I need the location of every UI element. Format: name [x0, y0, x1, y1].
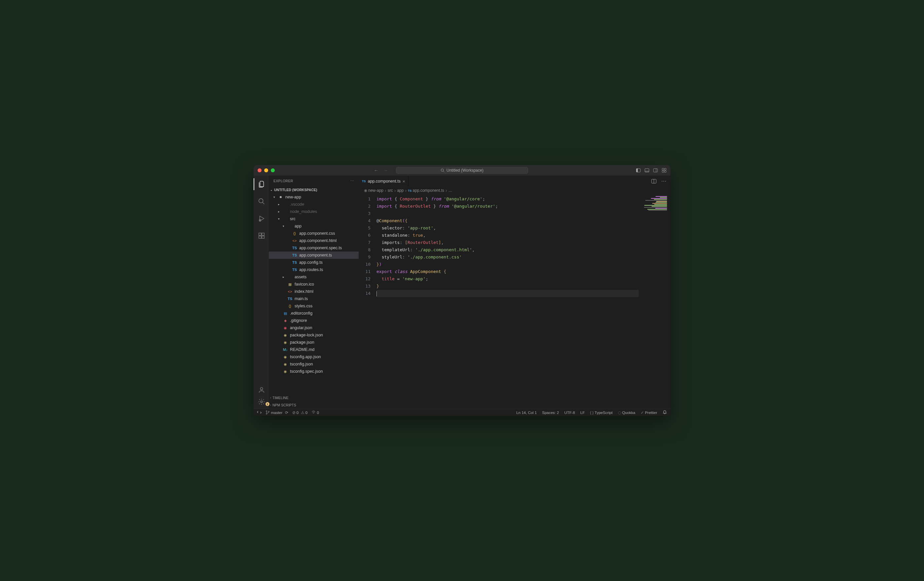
tree-item[interactable]: ▤.editorconfig [269, 309, 359, 317]
toggle-panel-icon[interactable] [645, 168, 649, 173]
chevron-icon: ▾ [272, 196, 276, 199]
remote-icon[interactable] [257, 410, 262, 415]
nav-back-icon[interactable]: ← [374, 168, 378, 173]
tree-item[interactable]: ▾src [269, 215, 359, 222]
activity-accounts[interactable] [254, 386, 269, 393]
tree-item[interactable]: TSapp.component.spec.ts [269, 244, 359, 252]
code-editor[interactable]: import { Component } from '@angular/core… [376, 194, 639, 409]
activity-settings[interactable]: 1 [254, 398, 269, 405]
chevron-icon: ▸ [277, 203, 281, 206]
editor-tabs: TS app.component.ts × ⋯ [359, 176, 670, 187]
tree-item[interactable]: <>app.component.html [269, 237, 359, 244]
tree-item[interactable]: ▾app [269, 222, 359, 230]
tree-item[interactable]: <>index.html [269, 288, 359, 295]
tab-app-component-ts[interactable]: TS app.component.ts × [359, 176, 409, 186]
tree-item[interactable]: ◉tsconfig.spec.json [269, 368, 359, 375]
tree-item[interactable]: ▾new-app [269, 193, 359, 201]
toggle-secondary-sidebar-icon[interactable] [653, 168, 658, 173]
tree-item[interactable]: TSapp.routes.ts [269, 266, 359, 273]
chevron-icon: ▾ [281, 224, 285, 228]
eol[interactable]: LF [580, 411, 584, 415]
breadcrumb-segment[interactable]: src [388, 188, 393, 193]
timeline-label: TIMELINE [272, 396, 288, 400]
sync-icon[interactable]: ⟳ [285, 411, 288, 415]
search-icon [441, 168, 444, 172]
activity-extensions[interactable] [254, 230, 269, 242]
tree-item-label: README.md [290, 347, 314, 352]
workspace-root[interactable]: ⌄ UNTITLED (WORKSPACE) [269, 186, 359, 193]
tree-item[interactable]: {}styles.css [269, 302, 359, 309]
tree-item-label: node_modules [290, 209, 317, 214]
chevron-right-icon [385, 188, 386, 193]
tree-item[interactable]: {}app.component.css [269, 230, 359, 237]
tree-item[interactable]: ▸.vscode [269, 201, 359, 208]
svg-point-23 [266, 410, 267, 411]
activity-explorer[interactable] [254, 178, 269, 190]
tree-item[interactable]: TSapp.config.ts [269, 259, 359, 266]
breadcrumb-segment[interactable]: ◉new-app [364, 188, 383, 193]
svg-point-24 [266, 413, 267, 414]
npm-scripts-section[interactable]: › NPM SCRIPTS [269, 402, 359, 409]
svg-rect-17 [262, 236, 264, 238]
svg-line-13 [262, 202, 264, 204]
chevron-icon: ▸ [281, 275, 285, 279]
maximize-window-button[interactable] [271, 168, 275, 172]
activity-run-debug[interactable] [254, 212, 269, 224]
minimap[interactable] [639, 194, 670, 409]
tree-item[interactable]: ▸assets [269, 273, 359, 281]
window-controls [257, 168, 275, 172]
split-editor-icon[interactable] [651, 179, 657, 184]
tree-item-label: src [290, 217, 295, 221]
notifications-icon[interactable] [662, 410, 667, 415]
tree-item-label: .gitignore [290, 318, 307, 323]
account-icon [258, 386, 265, 393]
warning-count: 0 [305, 411, 307, 415]
command-center[interactable]: Untitled (Workspace) [396, 167, 528, 174]
prettier-status[interactable]: ✓ Prettier [641, 410, 657, 415]
status-bar: master ⟳ ⊘ 0 ⚠ 0 0 Ln 14, Col 1 Spaces: … [254, 409, 670, 416]
svg-point-25 [268, 411, 269, 412]
tree-item-label: new-app [285, 195, 301, 199]
tree-item[interactable]: ◉tsconfig.app.json [269, 353, 359, 360]
customize-layout-icon[interactable] [662, 168, 667, 173]
breadcrumb-segment[interactable]: app [397, 188, 404, 193]
nav-forward-icon[interactable]: → [383, 168, 388, 173]
tree-item[interactable]: ◉package.json [269, 339, 359, 346]
indentation[interactable]: Spaces: 2 [542, 411, 559, 415]
git-branch[interactable]: master ⟳ [266, 410, 288, 415]
tree-item[interactable]: ◉package-lock.json [269, 331, 359, 339]
breadcrumb-segment[interactable]: … [449, 188, 452, 193]
gear-icon [258, 398, 265, 405]
title-bar: ← → Untitled (Workspace) [254, 165, 670, 176]
chevron-icon: ▸ [277, 210, 281, 213]
svg-rect-8 [662, 168, 664, 170]
breadcrumb-segment[interactable]: TSapp.component.ts [408, 188, 444, 193]
tree-item-label: app.component.css [299, 231, 335, 236]
problems[interactable]: ⊘ 0 ⚠ 0 [292, 410, 308, 415]
encoding[interactable]: UTF-8 [564, 411, 575, 415]
ports[interactable]: 0 [312, 410, 319, 415]
tree-item[interactable]: TSmain.ts [269, 295, 359, 302]
tree-item[interactable]: ◈.gitignore [269, 317, 359, 324]
minimize-window-button[interactable] [264, 168, 268, 172]
editor-more-icon[interactable]: ⋯ [661, 178, 667, 184]
explorer-more-icon[interactable]: ⋯ [350, 179, 354, 183]
quokka-status[interactable]: ◌ Quokka [618, 410, 635, 415]
tree-item[interactable]: M↓README.md [269, 346, 359, 353]
tree-item[interactable]: ◉tsconfig.json [269, 360, 359, 368]
tree-item[interactable]: TSapp.component.ts [269, 252, 359, 259]
language-mode[interactable]: { } TypeScript [590, 411, 612, 415]
close-tab-icon[interactable]: × [403, 179, 405, 184]
breadcrumbs[interactable]: ◉new-appsrcappTSapp.component.ts… [359, 187, 670, 194]
tree-item[interactable]: ▸node_modules [269, 208, 359, 215]
tree-item[interactable]: ▦favicon.ico [269, 281, 359, 288]
cursor-position[interactable]: Ln 14, Col 1 [516, 411, 536, 415]
settings-badge: 1 [266, 402, 269, 406]
tree-item[interactable]: ◉angular.json [269, 324, 359, 331]
svg-point-0 [441, 169, 444, 172]
timeline-section[interactable]: › TIMELINE [269, 394, 359, 402]
toggle-primary-sidebar-icon[interactable] [636, 168, 641, 173]
activity-search[interactable] [254, 196, 269, 207]
close-window-button[interactable] [257, 168, 262, 172]
tree-item-label: app.component.ts [299, 253, 332, 257]
